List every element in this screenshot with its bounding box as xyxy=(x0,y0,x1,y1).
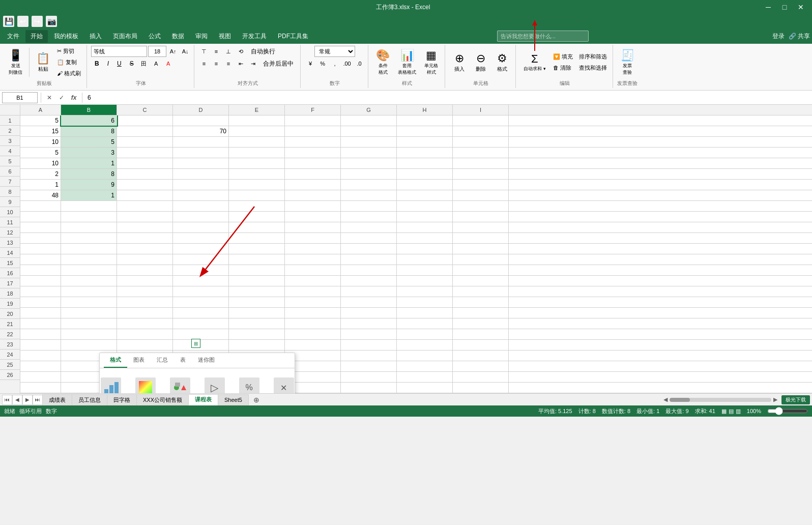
menu-insert[interactable]: 插入 xyxy=(84,30,107,43)
cell-H7[interactable] xyxy=(397,180,453,190)
col-header-A[interactable]: A xyxy=(20,105,61,115)
cell-G8[interactable] xyxy=(341,190,397,200)
cell-F10[interactable] xyxy=(285,212,341,222)
cell-G10[interactable] xyxy=(341,212,397,222)
menu-data[interactable]: 数据 xyxy=(167,30,189,43)
cell-H11[interactable] xyxy=(397,222,453,232)
cell-B16[interactable] xyxy=(61,276,117,286)
col-header-G[interactable]: G xyxy=(341,105,397,115)
cell-G26[interactable] xyxy=(341,383,397,393)
cell-D7[interactable] xyxy=(173,180,229,190)
cell-I19[interactable] xyxy=(453,308,509,318)
page-layout-view-btn[interactable]: ▤ xyxy=(729,408,734,415)
cell-F6[interactable] xyxy=(285,169,341,179)
qa-tab-format[interactable]: 格式 xyxy=(104,353,127,368)
cell-C19[interactable] xyxy=(117,308,173,318)
cell-G12[interactable] xyxy=(341,233,397,243)
invoice-verify-btn[interactable]: 🧾 发票查验 xyxy=(617,47,638,77)
insert-btn[interactable]: ⊕ 插入 xyxy=(449,50,470,74)
cell-C21[interactable] xyxy=(117,329,173,339)
row-num-13[interactable]: 13 xyxy=(0,238,20,248)
col-header-F[interactable]: F xyxy=(285,105,341,115)
cell-C8[interactable] xyxy=(117,190,173,200)
qa-tab-table[interactable]: 表 xyxy=(174,353,192,368)
cell-A22[interactable] xyxy=(20,340,61,350)
cell-A23[interactable] xyxy=(20,351,61,361)
cell-A5[interactable]: 10 xyxy=(20,158,61,168)
col-header-H[interactable]: H xyxy=(397,105,453,115)
cell-G19[interactable] xyxy=(341,308,397,318)
cell-H23[interactable] xyxy=(397,351,453,361)
cell-E5[interactable] xyxy=(229,158,285,168)
paste-btn[interactable]: 📋 粘贴 xyxy=(33,50,53,74)
cell-C18[interactable] xyxy=(117,297,173,307)
cell-I1[interactable] xyxy=(453,115,509,126)
page-break-view-btn[interactable]: ▥ xyxy=(736,408,741,415)
cell-G16[interactable] xyxy=(341,276,397,286)
cell-H8[interactable] xyxy=(397,190,453,200)
cell-G5[interactable] xyxy=(341,158,397,168)
cell-A17[interactable] xyxy=(20,286,61,297)
cell-C11[interactable] xyxy=(117,222,173,232)
sort-filter-btn[interactable]: 排序和筛选 xyxy=(576,51,610,62)
cell-E1[interactable] xyxy=(229,115,285,126)
save-btn[interactable]: 💾 xyxy=(3,16,14,27)
cell-D13[interactable] xyxy=(173,244,229,254)
cell-G18[interactable] xyxy=(341,297,397,307)
cell-B13[interactable] xyxy=(61,244,117,254)
cell-H26[interactable] xyxy=(397,383,453,393)
menu-page-layout[interactable]: 页面布局 xyxy=(108,30,142,43)
cell-D17[interactable] xyxy=(173,286,229,297)
cell-C2[interactable] xyxy=(117,126,173,136)
cell-E15[interactable] xyxy=(229,265,285,275)
cell-B8[interactable]: 1 xyxy=(61,190,117,200)
cell-styles-btn[interactable]: ▦ 单元格样式 xyxy=(421,47,442,77)
fill-btn[interactable]: 🔽 填充 xyxy=(550,51,575,62)
text-direction-btn[interactable]: ⟲ xyxy=(235,46,246,57)
qa-tab-chart[interactable]: 图表 xyxy=(127,353,151,368)
cell-D18[interactable] xyxy=(173,297,229,307)
cell-C6[interactable] xyxy=(117,169,173,179)
send-to-wechat-btn[interactable]: 📱 发送到微信 xyxy=(5,47,26,77)
cell-A1[interactable]: 5 xyxy=(20,115,61,126)
cell-B5[interactable]: 1 xyxy=(61,158,117,168)
sheet-tab-grades[interactable]: 成绩表 xyxy=(42,394,72,405)
cell-H16[interactable] xyxy=(397,276,453,286)
cell-H15[interactable] xyxy=(397,265,453,275)
cell-I12[interactable] xyxy=(453,233,509,243)
cell-F13[interactable] xyxy=(285,244,341,254)
cell-B14[interactable] xyxy=(61,254,117,265)
sheet-tab-grid[interactable]: 田字格 xyxy=(107,394,137,405)
row-num-4[interactable]: 4 xyxy=(0,146,20,156)
cell-H5[interactable] xyxy=(397,158,453,168)
qa-top10-btn[interactable]: % 前10% xyxy=(234,374,265,393)
cell-F9[interactable] xyxy=(285,201,341,211)
cell-C5[interactable] xyxy=(117,158,173,168)
cell-A21[interactable] xyxy=(20,329,61,339)
row-num-6[interactable]: 6 xyxy=(0,166,20,177)
sheet-tab-employees[interactable]: 员工信息 xyxy=(72,394,107,405)
row-num-8[interactable]: 8 xyxy=(0,187,20,197)
cell-E16[interactable] xyxy=(229,276,285,286)
cell-F16[interactable] xyxy=(285,276,341,286)
zoom-slider[interactable] xyxy=(767,407,808,415)
menu-template[interactable]: 我的模板 xyxy=(49,30,83,43)
cell-D9[interactable] xyxy=(173,201,229,211)
cell-H13[interactable] xyxy=(397,244,453,254)
cell-B11[interactable] xyxy=(61,222,117,232)
cell-I9[interactable] xyxy=(453,201,509,211)
qa-color-scale-btn[interactable]: 色阶 xyxy=(130,374,161,393)
find-select-btn[interactable]: 查找和选择 xyxy=(576,63,610,73)
col-header-I[interactable]: I xyxy=(453,105,509,115)
delete-btn[interactable]: ⊖ 删除 xyxy=(471,50,491,74)
strikethrough-btn[interactable]: S xyxy=(126,58,137,69)
cell-C12[interactable] xyxy=(117,233,173,243)
cell-D8[interactable] xyxy=(173,190,229,200)
cell-I18[interactable] xyxy=(453,297,509,307)
cell-F14[interactable] xyxy=(285,254,341,265)
row-num-24[interactable]: 24 xyxy=(0,349,20,360)
cell-G25[interactable] xyxy=(341,372,397,382)
cell-F4[interactable] xyxy=(285,148,341,158)
cell-H12[interactable] xyxy=(397,233,453,243)
cell-A20[interactable] xyxy=(20,318,61,329)
